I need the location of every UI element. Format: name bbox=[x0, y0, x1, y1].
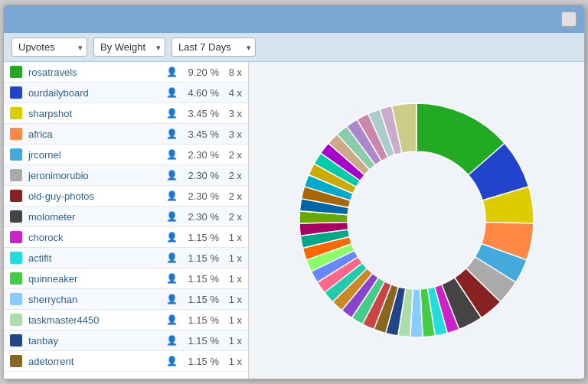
filter1-select[interactable]: Upvotes Downvotes All bbox=[11, 37, 87, 57]
user-icon: 👤 bbox=[166, 273, 178, 284]
item-count: 4 x bbox=[219, 87, 242, 99]
item-percentage: 4.60 % bbox=[181, 87, 219, 99]
item-count: 2 x bbox=[219, 211, 242, 223]
color-swatch bbox=[10, 355, 22, 367]
item-count: 8 x bbox=[219, 67, 242, 78]
item-percentage: 1.15 % bbox=[181, 314, 219, 326]
list-item[interactable]: actifit 👤 1.15 % 1 x bbox=[4, 248, 248, 268]
filter1-wrap: Upvotes Downvotes All bbox=[11, 37, 87, 57]
item-count: 3 x bbox=[219, 108, 242, 119]
list-item[interactable]: taskmaster4450 👤 1.15 % 1 x bbox=[4, 310, 248, 330]
color-swatch bbox=[10, 272, 22, 285]
item-percentage: 1.15 % bbox=[181, 335, 219, 347]
item-percentage: 2.30 % bbox=[181, 170, 219, 181]
user-icon: 👤 bbox=[166, 190, 178, 201]
list-item[interactable]: jeronimorubio 👤 2.30 % 2 x bbox=[4, 165, 248, 186]
user-icon: 👤 bbox=[166, 67, 178, 77]
list-item[interactable]: africa 👤 3.45 % 3 x bbox=[4, 124, 248, 145]
color-swatch bbox=[10, 314, 22, 326]
list-item[interactable]: sherrychan 👤 1.15 % 1 x bbox=[4, 289, 248, 310]
close-button[interactable] bbox=[561, 11, 577, 27]
user-icon: 👤 bbox=[166, 211, 178, 222]
item-count: 1 x bbox=[219, 273, 242, 285]
item-count: 2 x bbox=[219, 190, 242, 202]
item-percentage: 1.15 % bbox=[181, 294, 219, 305]
toolbar: Upvotes Downvotes All By Weight By Count… bbox=[4, 33, 584, 62]
list-item[interactable]: jrcornel 👤 2.30 % 2 x bbox=[4, 145, 248, 165]
color-swatch bbox=[10, 86, 22, 99]
list-item[interactable]: rosatravels 👤 9.20 % 8 x bbox=[4, 62, 248, 83]
list-item[interactable]: tanbay 👤 1.15 % 1 x bbox=[4, 330, 248, 351]
item-name: actifit bbox=[28, 252, 166, 264]
user-icon: 👤 bbox=[166, 356, 178, 366]
item-name: chorock bbox=[28, 232, 166, 243]
item-name: africa bbox=[28, 129, 166, 140]
user-icon: 👤 bbox=[166, 335, 178, 346]
title-bar bbox=[4, 5, 584, 33]
item-percentage: 1.15 % bbox=[181, 273, 219, 285]
user-icon: 👤 bbox=[166, 314, 178, 325]
item-percentage: 3.45 % bbox=[181, 108, 219, 119]
user-icon: 👤 bbox=[166, 129, 178, 139]
chart-panel bbox=[249, 62, 584, 379]
item-count: 3 x bbox=[219, 129, 242, 140]
user-icon: 👤 bbox=[166, 108, 178, 119]
item-percentage: 2.30 % bbox=[181, 190, 219, 202]
item-name: jeronimorubio bbox=[28, 170, 166, 181]
item-count: 1 x bbox=[219, 294, 242, 305]
item-percentage: 1.15 % bbox=[181, 356, 219, 367]
list-item[interactable]: ourdailyboard 👤 4.60 % 4 x bbox=[4, 83, 248, 103]
item-percentage: 1.15 % bbox=[181, 252, 219, 264]
list-item[interactable]: quinneaker 👤 1.15 % 1 x bbox=[4, 268, 248, 289]
item-name: molometer bbox=[28, 211, 166, 223]
item-name: old-guy-photos bbox=[28, 190, 166, 202]
list-item[interactable]: old-guy-photos 👤 2.30 % 2 x bbox=[4, 186, 248, 207]
list-item[interactable]: sharpshot 👤 3.45 % 3 x bbox=[4, 103, 248, 124]
color-swatch bbox=[10, 190, 22, 202]
item-count: 1 x bbox=[219, 314, 242, 326]
item-percentage: 3.45 % bbox=[181, 129, 219, 140]
list-item[interactable]: adetorrent 👤 1.15 % 1 x bbox=[4, 351, 248, 372]
item-count: 1 x bbox=[219, 335, 242, 347]
filter3-wrap: Last 7 Days Last 30 Days All Time bbox=[172, 37, 256, 57]
item-count: 1 x bbox=[219, 252, 242, 264]
item-count: 2 x bbox=[219, 149, 242, 161]
filter2-wrap: By Weight By Count bbox=[93, 37, 165, 57]
color-swatch bbox=[10, 293, 22, 305]
color-swatch bbox=[10, 169, 22, 181]
donut-chart bbox=[279, 83, 554, 358]
user-icon: 👤 bbox=[166, 170, 178, 181]
item-percentage: 2.30 % bbox=[181, 149, 219, 161]
color-swatch bbox=[10, 128, 22, 140]
list-item[interactable]: chorock 👤 1.15 % 1 x bbox=[4, 227, 248, 248]
color-swatch bbox=[10, 210, 22, 223]
main-window: Upvotes Downvotes All By Weight By Count… bbox=[3, 5, 585, 379]
user-icon: 👤 bbox=[166, 149, 178, 160]
list-item[interactable]: molometer 👤 2.30 % 2 x bbox=[4, 207, 248, 227]
item-name: rosatravels bbox=[28, 67, 166, 78]
color-swatch bbox=[10, 334, 22, 347]
item-name: adetorrent bbox=[28, 356, 166, 367]
item-count: 2 x bbox=[219, 170, 242, 181]
item-name: taskmaster4450 bbox=[28, 314, 166, 326]
color-swatch bbox=[10, 148, 22, 161]
user-icon: 👤 bbox=[166, 87, 178, 98]
item-name: quinneaker bbox=[28, 273, 166, 285]
item-name: ourdailyboard bbox=[28, 87, 166, 99]
filter3-select[interactable]: Last 7 Days Last 30 Days All Time bbox=[172, 37, 256, 57]
list-panel[interactable]: rosatravels 👤 9.20 % 8 x ourdailyboard 👤… bbox=[4, 62, 249, 379]
user-icon: 👤 bbox=[166, 252, 178, 263]
content-area: rosatravels 👤 9.20 % 8 x ourdailyboard 👤… bbox=[4, 62, 584, 379]
item-name: sherrychan bbox=[28, 294, 166, 305]
color-swatch bbox=[10, 252, 22, 264]
color-swatch bbox=[10, 107, 22, 119]
item-name: jrcornel bbox=[28, 149, 166, 161]
item-percentage: 1.15 % bbox=[181, 232, 219, 243]
filter2-select[interactable]: By Weight By Count bbox=[93, 37, 165, 57]
color-swatch bbox=[10, 66, 22, 78]
user-icon: 👤 bbox=[166, 232, 178, 242]
item-count: 1 x bbox=[219, 232, 242, 243]
item-count: 1 x bbox=[219, 356, 242, 367]
user-icon: 👤 bbox=[166, 294, 178, 304]
item-percentage: 9.20 % bbox=[181, 67, 219, 78]
